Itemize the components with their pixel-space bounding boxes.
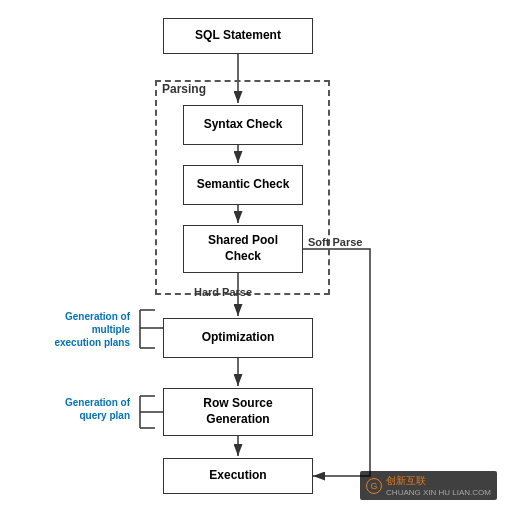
watermark: G 创新互联 CHUANG XIN HU LIAN.COM bbox=[360, 471, 497, 500]
sql-statement-box: SQL Statement bbox=[163, 18, 313, 54]
shared-pool-check-box: Shared Pool Check bbox=[183, 225, 303, 273]
row-source-generation-label: Row Source Generation bbox=[203, 396, 272, 427]
syntax-check-box: Syntax Check bbox=[183, 105, 303, 145]
watermark-text: 创新互联 CHUANG XIN HU LIAN.COM bbox=[386, 474, 491, 497]
watermark-brand-sub: CHUANG XIN HU LIAN.COM bbox=[386, 488, 491, 497]
generation-multiple-label: Generation of multiple execution plans bbox=[20, 310, 130, 349]
shared-pool-check-label: Shared Pool Check bbox=[208, 233, 278, 264]
syntax-check-label: Syntax Check bbox=[204, 117, 283, 133]
watermark-brand-cn: 创新互联 bbox=[386, 474, 491, 488]
generation-query-label: Generation of query plan bbox=[20, 396, 130, 422]
execution-box: Execution bbox=[163, 458, 313, 494]
semantic-check-box: Semantic Check bbox=[183, 165, 303, 205]
parsing-label: Parsing bbox=[162, 82, 206, 96]
hard-parse-label: Hard Parse bbox=[194, 286, 252, 298]
execution-label: Execution bbox=[209, 468, 266, 484]
watermark-icon: G bbox=[366, 478, 382, 494]
soft-parse-label: Soft Parse bbox=[308, 236, 362, 248]
row-source-generation-box: Row Source Generation bbox=[163, 388, 313, 436]
semantic-check-label: Semantic Check bbox=[197, 177, 290, 193]
diagram-container: SQL Statement Parsing Syntax Check Seman… bbox=[0, 0, 505, 508]
sql-statement-label: SQL Statement bbox=[195, 28, 281, 44]
optimization-box: Optimization bbox=[163, 318, 313, 358]
optimization-label: Optimization bbox=[202, 330, 275, 346]
